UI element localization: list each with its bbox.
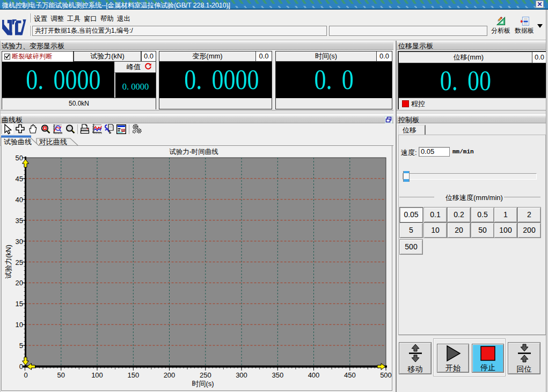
svg-text:15: 15 [16, 300, 23, 308]
svg-text:400: 400 [308, 371, 320, 379]
svg-text:35: 35 [16, 217, 23, 225]
svg-text:150: 150 [127, 371, 139, 379]
svg-text:100: 100 [91, 371, 103, 379]
svg-text:试验曲线: 试验曲线 [4, 138, 32, 146]
svg-text:0: 0 [24, 371, 27, 379]
svg-text:试验力-时间曲线: 试验力-时间曲线 [169, 148, 218, 156]
svg-text:对比曲线: 对比曲线 [39, 138, 67, 146]
svg-text:300: 300 [236, 371, 247, 379]
svg-text:50: 50 [16, 154, 23, 162]
svg-text:50: 50 [57, 371, 65, 379]
svg-text:5: 5 [19, 342, 23, 350]
svg-text:0: 0 [19, 363, 23, 371]
svg-text:450: 450 [344, 371, 356, 379]
svg-text:40: 40 [16, 196, 23, 204]
svg-text:时间(s): 时间(s) [192, 380, 214, 388]
svg-text:200: 200 [164, 371, 176, 379]
svg-text:500: 500 [380, 371, 392, 379]
svg-text:25: 25 [16, 258, 23, 267]
svg-text:试验力(kN): 试验力(kN) [4, 245, 12, 279]
svg-text:250: 250 [200, 371, 211, 379]
svg-text:45: 45 [16, 175, 23, 183]
svg-text:20: 20 [16, 279, 23, 287]
svg-text:350: 350 [272, 371, 283, 379]
svg-text:30: 30 [16, 238, 23, 246]
svg-text:10: 10 [16, 321, 23, 329]
